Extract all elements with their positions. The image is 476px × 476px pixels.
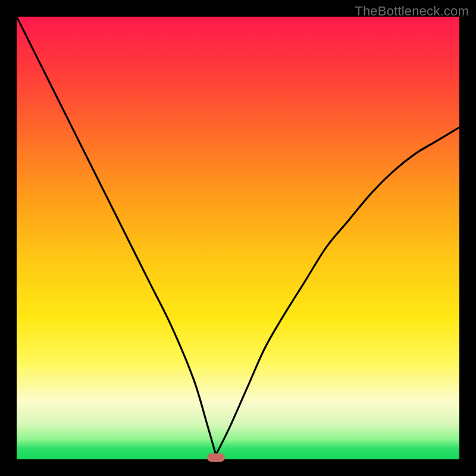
optimum-marker <box>207 453 225 462</box>
chart-frame: TheBottleneck.com <box>0 0 476 476</box>
bottleneck-curve <box>17 17 459 459</box>
plot-area <box>17 17 459 459</box>
